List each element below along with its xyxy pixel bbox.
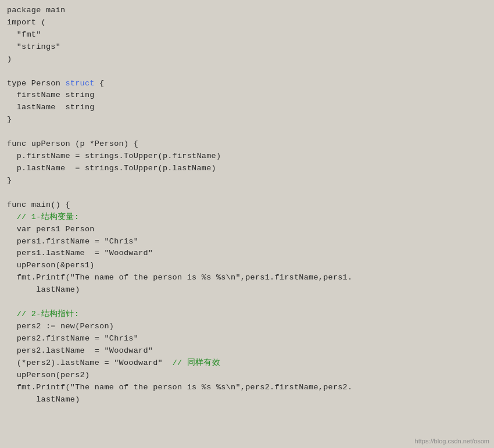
line-1: package main import ( "fmt" "strings" ) … bbox=[7, 6, 352, 404]
code-container: package main import ( "fmt" "strings" ) … bbox=[0, 0, 494, 448]
watermark: https://blog.csdn.net/osom bbox=[415, 438, 489, 445]
code-block: package main import ( "fmt" "strings" ) … bbox=[7, 5, 487, 406]
